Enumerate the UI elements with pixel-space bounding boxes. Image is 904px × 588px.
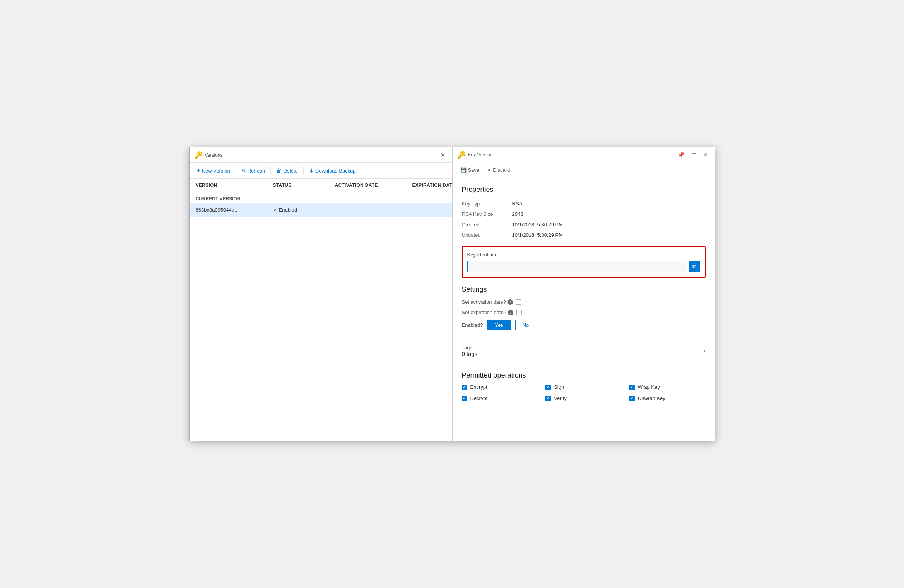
divider-1 [462, 337, 706, 337]
verify-checkbox[interactable] [545, 396, 551, 401]
updated-label: Updated [462, 231, 512, 239]
col-version: VERSION [196, 183, 273, 188]
right-panel-title: Key Version [468, 152, 493, 157]
permitted-operations-grid: Encrypt Sign Wrap Key Decrypt Verify [462, 384, 706, 401]
updated-value: 10/1/2018, 5:30:29 PM [512, 231, 706, 239]
pin-button[interactable]: 📌 [675, 151, 687, 159]
tags-row[interactable]: Tags 0 tags › [462, 342, 706, 360]
copy-key-id-button[interactable]: ⧉ [689, 261, 700, 272]
save-button[interactable]: 💾 Save [457, 166, 483, 174]
op-wrap-key: Wrap Key [629, 384, 706, 390]
discard-button[interactable]: ✕ Discard [484, 166, 513, 174]
toolbar-separator-2 [270, 167, 271, 174]
tags-count: 0 tags [462, 350, 478, 357]
key-identifier-input[interactable] [467, 261, 687, 272]
op-encrypt: Encrypt [462, 384, 538, 390]
expiration-date-checkbox[interactable] [516, 310, 522, 315]
unwrap-key-label: Unwrap Key [638, 395, 665, 401]
download-icon: ⬇ [309, 168, 314, 174]
download-backup-button[interactable]: ⬇ Download Backup [306, 166, 359, 175]
rsa-key-size-value: 2048 [512, 210, 706, 218]
table-header: VERSION STATUS ACTIVATION DATE EXPIRATIO… [190, 179, 452, 192]
created-label: Created [462, 221, 512, 228]
rsa-key-size-label: RSA Key Size [462, 210, 512, 218]
key-type-label: Key Type [462, 200, 512, 207]
properties-grid: Key Type RSA RSA Key Size 2048 Created 1… [462, 200, 706, 239]
key-icon-right: 🔑 [457, 150, 466, 159]
toolbar-separator-3 [303, 167, 304, 174]
activation-date-row: Set activation date? i [462, 299, 706, 305]
sign-label: Sign [554, 384, 564, 390]
col-status: STATUS [273, 183, 335, 188]
expiration-date-row: Set expiration date? i [462, 309, 706, 315]
op-unwrap-key: Unwrap Key [629, 395, 706, 401]
enabled-row: Enabled? Yes No [462, 320, 706, 330]
wrap-key-label: Wrap Key [638, 384, 660, 390]
activation-date-checkbox[interactable] [516, 299, 521, 305]
refresh-button[interactable]: ↻ Refresh [238, 166, 268, 175]
wrap-key-checkbox[interactable] [629, 385, 635, 390]
enabled-no-button[interactable]: No [515, 320, 537, 330]
chevron-right-icon: › [703, 347, 705, 354]
enabled-label: Enabled? [462, 322, 483, 328]
enabled-yes-button[interactable]: Yes [487, 320, 510, 330]
op-sign: Sign [545, 384, 622, 390]
decrypt-checkbox[interactable] [462, 396, 467, 401]
verify-label: Verify [554, 395, 567, 401]
encrypt-label: Encrypt [470, 384, 487, 390]
created-value: 10/1/2018, 5:30:29 PM [512, 221, 706, 228]
col-activation-date: ACTIVATION DATE [335, 183, 412, 188]
delete-button[interactable]: 🗑 Delete [273, 166, 301, 175]
refresh-icon: ↻ [241, 168, 246, 174]
version-cell: 863bc8a095044a... [196, 207, 273, 213]
op-decrypt: Decrypt [462, 395, 538, 401]
key-icon: 🔑 [194, 151, 203, 159]
activation-info-icon: i [508, 299, 513, 305]
expiration-info-icon: i [508, 310, 513, 315]
sign-checkbox[interactable] [545, 385, 551, 390]
left-panel-title: Versions [205, 152, 223, 158]
maximize-button[interactable]: ▢ [689, 151, 699, 159]
right-panel-close-button[interactable]: ✕ [701, 151, 710, 159]
checkmark-icon: ✓ [273, 207, 277, 213]
expiration-date-label: Set expiration date? i [462, 309, 514, 315]
copy-icon: ⧉ [692, 263, 696, 270]
op-verify: Verify [545, 395, 622, 401]
encrypt-checkbox[interactable] [462, 385, 467, 390]
trash-icon: 🗑 [276, 168, 282, 174]
discard-icon: ✕ [487, 167, 491, 173]
tags-label: Tags [462, 345, 478, 350]
key-type-value: RSA [512, 200, 706, 207]
settings-title: Settings [462, 285, 706, 294]
plus-icon: + [197, 168, 200, 174]
left-panel-close-button[interactable]: ✕ [438, 150, 448, 159]
new-version-button[interactable]: + New Version [194, 166, 233, 175]
table-row[interactable]: 863bc8a095044a... ✓ Enabled [190, 203, 452, 217]
save-icon: 💾 [460, 167, 467, 173]
current-version-label: CURRENT VERSION [190, 192, 452, 203]
key-identifier-section: Key Identifier ⧉ [462, 246, 706, 278]
divider-2 [462, 365, 706, 365]
activation-date-label: Set activation date? i [462, 299, 513, 305]
key-identifier-label: Key Identifier [467, 252, 700, 258]
unwrap-key-checkbox[interactable] [629, 396, 635, 401]
toolbar-separator [236, 167, 236, 174]
permitted-operations-title: Permitted operations [462, 371, 706, 379]
status-cell: ✓ Enabled [273, 207, 335, 213]
decrypt-label: Decrypt [470, 395, 488, 401]
properties-title: Properties [462, 186, 706, 194]
